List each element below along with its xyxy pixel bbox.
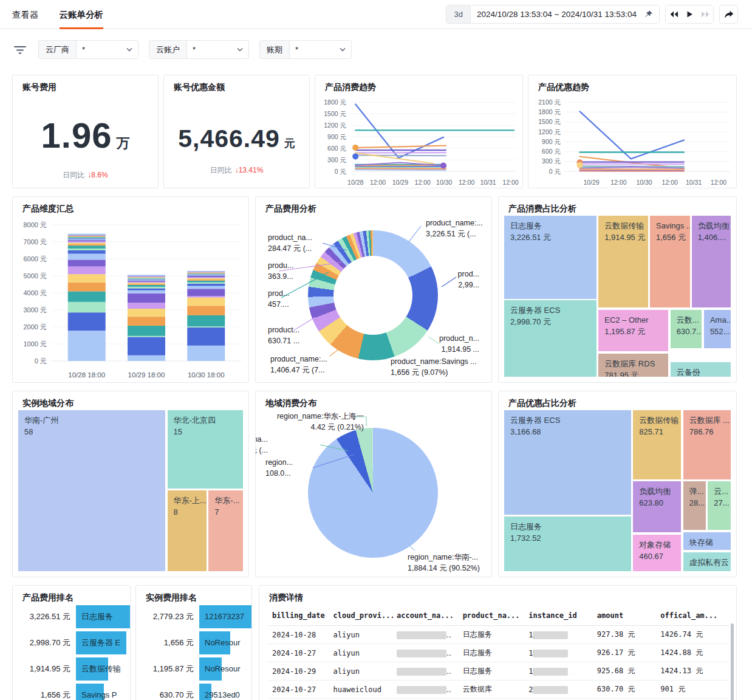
stack-segment[interactable] [128,275,165,276]
stack-segment[interactable] [68,242,106,244]
table-scrollbar[interactable] [731,623,734,700]
stack-segment[interactable] [128,337,165,355]
stack-segment[interactable] [187,275,225,276]
stack-segment[interactable] [187,315,225,326]
play-button[interactable] [682,5,697,23]
ranking-row[interactable]: 3,226.51 元日志服务 [16,605,130,628]
trend-line[interactable] [355,170,446,170]
stack-segment[interactable] [128,279,165,280]
share-button[interactable] [719,5,738,24]
stack-segment[interactable] [128,290,165,293]
treemap-tile[interactable]: Ama...552.... [703,309,731,349]
product-consume-trend-chart[interactable]: 0 元300 元600 元900 元1200 元1500 元1800 元10/2… [316,95,521,187]
instance-region-treemap[interactable]: 华南-广州58华北-北京四15华东-上...8华东-...7 [18,410,244,572]
region-consume-pie-chart[interactable]: region_name:华东-上海一4.42 元 (0.21%)region_n… [256,391,491,577]
treemap-tile[interactable]: 块存储 [683,532,731,551]
treemap-tile[interactable]: 负载均衡1,406.... [691,215,731,308]
stack-segment[interactable] [187,271,225,272]
treemap-tile[interactable]: 负载均衡623.80 [632,481,682,532]
stack-segment[interactable] [68,274,106,282]
stack-segment[interactable] [187,346,225,361]
product-consume-treemap[interactable]: 日志服务3,226.51 元云服务器 ECS2,998.70 元云数据传输1,9… [504,215,731,377]
product-dimension-stacked-bar-chart[interactable]: 0 元1000 元2000 元3000 元4000 元5000 元6000 元7… [14,216,247,381]
stack-segment[interactable] [187,284,225,286]
pin-icon[interactable] [643,5,659,23]
stack-segment[interactable] [68,241,106,242]
treemap-tile[interactable]: 云数据传输825.71 [632,410,682,480]
stack-segment[interactable] [187,276,225,277]
tab-cloud-bill-analysis[interactable]: 云账单分析 [60,0,104,29]
stack-segment[interactable] [187,280,225,281]
treemap-tile[interactable]: 云数据传输1,914.95 元 [598,215,649,308]
stack-segment[interactable] [128,288,165,290]
tab-viewer[interactable]: 查看器 [12,0,39,29]
product-discount-trend-chart[interactable]: 0 元300 元600 元900 元1200 元1500 元1800 元2100… [530,95,735,187]
stack-segment[interactable] [128,309,165,317]
stack-segment[interactable] [68,245,106,249]
stack-segment[interactable] [128,277,165,278]
trend-line[interactable] [579,166,683,166]
treemap-tile[interactable]: 云数据库 RDS781.95 元 [598,353,669,377]
stack-segment[interactable] [187,298,225,306]
stack-segment[interactable] [68,237,106,238]
treemap-tile[interactable]: 云服务器 ECS2,998.70 元 [504,300,597,377]
stack-segment[interactable] [187,275,225,275]
column-header[interactable]: account_na... [393,606,459,626]
stack-segment[interactable] [68,291,106,301]
data-point[interactable] [440,163,446,169]
ranking-row[interactable]: 1,914.95 元云数据传输 [16,657,130,681]
trend-line[interactable] [355,153,433,163]
treemap-tile[interactable]: 华北-北京四15 [167,410,244,489]
column-header[interactable]: product_na... [459,606,525,626]
stack-segment[interactable] [128,276,165,276]
ranking-row[interactable]: 2,998.70 元云服务器 E [16,631,130,654]
treemap-tile[interactable]: 华东-上...8 [167,490,207,572]
stack-segment[interactable] [128,287,165,289]
stack-segment[interactable] [68,331,106,361]
stack-segment[interactable] [128,326,165,336]
stack-segment[interactable] [68,259,106,266]
data-point[interactable] [576,162,583,168]
stack-segment[interactable] [187,281,225,283]
stack-segment[interactable] [68,238,106,238]
column-header[interactable]: billing_date [268,606,330,626]
trend-line[interactable] [355,166,446,167]
column-header[interactable]: offical_am... [657,606,729,626]
data-point[interactable] [352,153,358,159]
stack-segment[interactable] [128,293,165,303]
table-row[interactable]: 2024-10-27aliyun‥日志服务1926.17 元1424.88 元 [268,644,729,662]
stack-segment[interactable] [187,278,225,280]
column-header[interactable]: instance_id [525,606,593,626]
stack-segment[interactable] [187,289,225,296]
stack-segment[interactable] [68,238,106,239]
stack-segment[interactable] [128,283,165,284]
stack-segment[interactable] [128,276,165,277]
step-forward-button[interactable] [697,5,713,23]
stack-segment[interactable] [187,272,225,273]
product-discount-treemap[interactable]: 云服务器 ECS3,166.68日志服务1,732.52云数据传输825.71云… [504,410,731,572]
stack-segment[interactable] [68,267,106,275]
column-header[interactable]: amount [593,606,657,626]
stack-segment[interactable] [68,235,106,236]
treemap-tile[interactable]: Savings ...1,656 元 [649,215,691,308]
stack-segment[interactable] [187,272,225,272]
dropdown-cloud-vendor[interactable]: 云厂商 * [38,40,138,59]
stack-segment[interactable] [128,278,165,279]
stack-segment[interactable] [187,283,225,284]
treemap-tile[interactable]: 华南-广州58 [18,410,166,572]
stack-segment[interactable] [68,254,106,260]
stack-segment[interactable] [68,236,106,237]
stack-segment[interactable] [68,234,106,235]
treemap-tile[interactable]: 华东-...7 [208,490,244,572]
stack-segment[interactable] [68,244,106,245]
data-point[interactable] [352,145,358,151]
stack-segment[interactable] [187,274,225,275]
treemap-tile[interactable]: 虚拟私有云 [683,552,731,572]
dropdown-cloud-account[interactable]: 云账户 * [149,40,249,59]
stack-segment[interactable] [187,273,225,273]
stack-segment[interactable] [68,283,106,292]
ranking-row[interactable]: 630.70 元29513ed0 [140,684,251,700]
stack-segment[interactable] [68,236,106,236]
ranking-row[interactable]: 2,779.23 元121673237 [140,605,251,628]
stack-segment[interactable] [128,278,165,278]
